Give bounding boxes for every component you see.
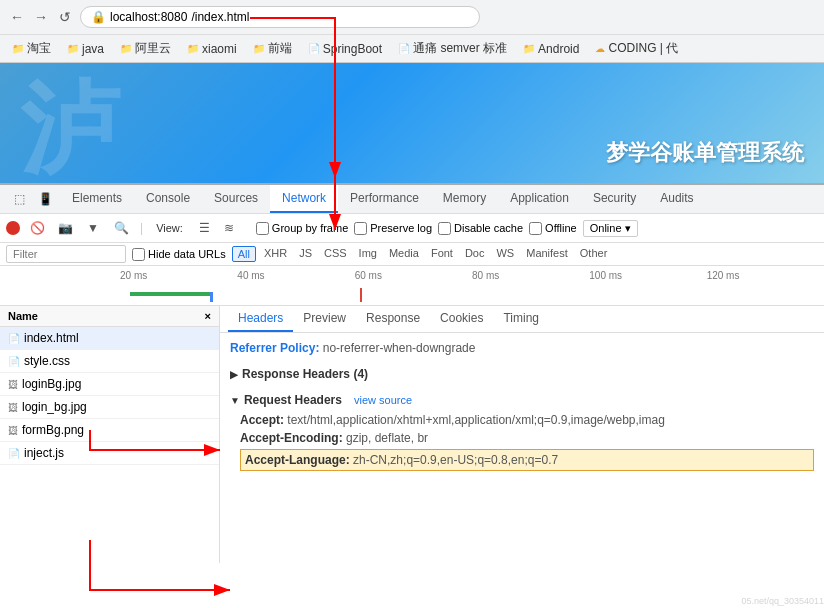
accept-value: text/html,application/xhtml+xml,applicat…	[287, 413, 665, 427]
reload-button[interactable]: ↺	[56, 8, 74, 26]
filter-font[interactable]: Font	[427, 246, 457, 262]
response-headers-section[interactable]: ▶ Response Headers (4)	[230, 363, 814, 385]
filter-xhr[interactable]: XHR	[260, 246, 291, 262]
disable-cache-checkbox[interactable]: Disable cache	[438, 222, 523, 235]
file-item-loginbg-jpg[interactable]: 🖼 loginBg.jpg	[0, 373, 219, 396]
detail-tab-cookies[interactable]: Cookies	[430, 306, 493, 332]
folder-icon: 📁	[253, 43, 265, 54]
devtools-panel: ⬚ 📱 Elements Console Sources Network Per…	[0, 183, 824, 563]
address-bar[interactable]: 🔒 localhost:8080/index.html	[80, 6, 480, 28]
folder-icon: 📁	[67, 43, 79, 54]
tab-memory[interactable]: Memory	[431, 185, 498, 213]
file-list: Name × 📄 index.html 📄 style.css 🖼 loginB…	[0, 306, 220, 563]
filter-bar: Hide data URLs All XHR JS CSS Img Media …	[0, 243, 824, 266]
tab-performance[interactable]: Performance	[338, 185, 431, 213]
timeline-red-marker	[360, 288, 362, 302]
record-button[interactable]	[6, 221, 20, 235]
detail-tab-timing[interactable]: Timing	[493, 306, 549, 332]
bookmark-taobao[interactable]: 📁 淘宝	[8, 38, 55, 59]
file-icon: 🖼	[8, 425, 18, 436]
group-by-frame-checkbox[interactable]: Group by frame	[256, 222, 348, 235]
detail-tab-response[interactable]: Response	[356, 306, 430, 332]
filter-js[interactable]: JS	[295, 246, 316, 262]
filter-icon[interactable]: ▼	[82, 217, 104, 239]
preserve-log-input[interactable]	[354, 222, 367, 235]
filter-ws[interactable]: WS	[492, 246, 518, 262]
detail-panel: Headers Preview Response Cookies Timing …	[220, 306, 824, 563]
address-plain: localhost:8080	[110, 10, 187, 24]
file-item-style-css[interactable]: 📄 style.css	[0, 350, 219, 373]
inspect-icon[interactable]: ⬚	[8, 188, 30, 210]
filter-other[interactable]: Other	[576, 246, 612, 262]
view-source-link[interactable]: view source	[354, 394, 412, 406]
timeline-labels: 20 ms 40 ms 60 ms 80 ms 100 ms 120 ms	[120, 270, 824, 281]
tab-audits[interactable]: Audits	[648, 185, 705, 213]
bookmark-xiaomi[interactable]: 📁 xiaomi	[183, 40, 241, 58]
file-icon: 📄	[8, 448, 20, 459]
response-headers-label: Response Headers (4)	[242, 367, 368, 381]
file-name: inject.js	[24, 446, 64, 460]
tab-elements[interactable]: Elements	[60, 185, 134, 213]
file-list-header: Name ×	[0, 306, 219, 327]
bookmark-label: java	[82, 42, 104, 56]
file-item-inject-js[interactable]: 📄 inject.js	[0, 442, 219, 465]
hide-data-urls-input[interactable]	[132, 248, 145, 261]
bookmark-semver[interactable]: 📄 通痛 semver 标准	[394, 38, 511, 59]
bookmark-android[interactable]: 📁 Android	[519, 40, 583, 58]
bookmark-label: 前端	[268, 40, 292, 57]
request-headers-section[interactable]: ▼ Request Headers view source	[230, 389, 814, 411]
filter-input[interactable]	[6, 245, 126, 263]
tab-security[interactable]: Security	[581, 185, 648, 213]
filter-img[interactable]: Img	[355, 246, 381, 262]
detail-tab-preview[interactable]: Preview	[293, 306, 356, 332]
tab-application[interactable]: Application	[498, 185, 581, 213]
filter-doc[interactable]: Doc	[461, 246, 489, 262]
preserve-log-checkbox[interactable]: Preserve log	[354, 222, 432, 235]
search-icon[interactable]: 🔍	[110, 217, 132, 239]
bookmark-frontend[interactable]: 📁 前端	[249, 38, 296, 59]
group-by-frame-input[interactable]	[256, 222, 269, 235]
bookmark-label: CODING | 代	[608, 40, 678, 57]
bookmark-coding[interactable]: ☁ CODING | 代	[591, 38, 682, 59]
file-item-formbg-png[interactable]: 🖼 formBg.png	[0, 419, 219, 442]
back-button[interactable]: ←	[8, 8, 26, 26]
forward-button[interactable]: →	[32, 8, 50, 26]
request-headers-label: Request Headers	[244, 393, 342, 407]
waterfall-icon[interactable]: ≋	[218, 217, 240, 239]
filter-all[interactable]: All	[232, 246, 256, 262]
bookmark-springboot[interactable]: 📄 SpringBoot	[304, 40, 386, 58]
disable-cache-input[interactable]	[438, 222, 451, 235]
offline-checkbox[interactable]: Offline	[529, 222, 577, 235]
file-icon: 📄	[8, 356, 20, 367]
file-item-index-html[interactable]: 📄 index.html	[0, 327, 219, 350]
bookmark-label: 通痛 semver 标准	[413, 40, 507, 57]
list-view-icon[interactable]: ☰	[194, 217, 216, 239]
accept-language-row: Accept-Language: zh-CN,zh;q=0.9,en-US;q=…	[240, 449, 814, 471]
accept-label: Accept:	[240, 413, 284, 427]
filter-manifest[interactable]: Manifest	[522, 246, 572, 262]
tab-console[interactable]: Console	[134, 185, 202, 213]
file-icon: 🖼	[8, 402, 18, 413]
clear-button[interactable]: 🚫	[26, 217, 48, 239]
request-headers-content: Accept: text/html,application/xhtml+xml,…	[230, 411, 814, 471]
file-item-login-bg-jpg[interactable]: 🖼 login_bg.jpg	[0, 396, 219, 419]
filter-media[interactable]: Media	[385, 246, 423, 262]
offline-input[interactable]	[529, 222, 542, 235]
detail-tab-headers[interactable]: Headers	[228, 306, 293, 332]
device-icon[interactable]: 📱	[34, 188, 56, 210]
bookmark-java[interactable]: 📁 java	[63, 40, 108, 58]
hide-data-urls-checkbox[interactable]: Hide data URLs	[132, 248, 226, 261]
accept-language-value: zh-CN,zh;q=0.9,en-US;q=0.8,en;q=0.7	[353, 453, 558, 467]
camera-icon[interactable]: 📷	[54, 217, 76, 239]
online-dropdown[interactable]: Online ▾	[583, 220, 638, 237]
address-highlight: /index.html	[191, 10, 249, 24]
filter-css[interactable]: CSS	[320, 246, 351, 262]
timeline-label-100ms: 100 ms	[589, 270, 706, 281]
timeline-label-40ms: 40 ms	[237, 270, 354, 281]
bookmark-aliyun[interactable]: 📁 阿里云	[116, 38, 175, 59]
timeline: 20 ms 40 ms 60 ms 80 ms 100 ms 120 ms	[0, 266, 824, 306]
accept-encoding-label: Accept-Encoding:	[240, 431, 343, 445]
tab-network[interactable]: Network	[270, 185, 338, 213]
file-icon: 📄	[308, 43, 320, 54]
tab-sources[interactable]: Sources	[202, 185, 270, 213]
